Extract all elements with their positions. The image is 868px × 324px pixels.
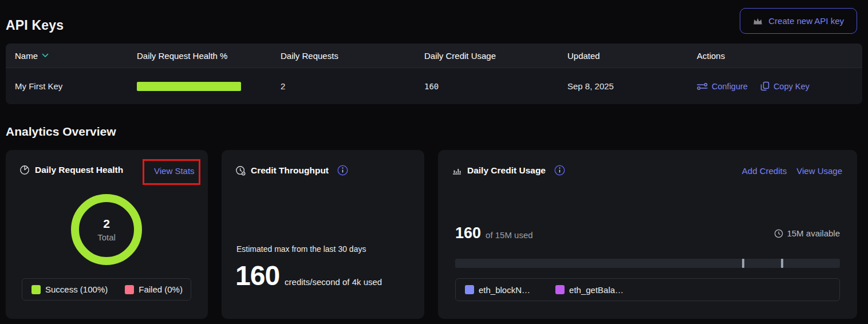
column-header-credit-usage: Daily Credit Usage <box>424 51 567 61</box>
daily-credit-usage-cell: 160 <box>424 82 567 91</box>
column-header-name-label: Name <box>15 51 38 61</box>
add-credits-link[interactable]: Add Credits <box>742 166 787 176</box>
credits-available: 15M available <box>774 228 840 238</box>
daily-request-health-title: Daily Request Health <box>35 165 123 175</box>
health-cell <box>137 82 281 91</box>
column-header-health: Daily Request Health % <box>137 51 281 61</box>
daily-request-health-header: Daily Request Health <box>19 165 123 175</box>
eth-blocknumber-label: eth_blockN… <box>479 285 530 295</box>
donut-total-value: 2 <box>103 217 110 231</box>
column-header-actions: Actions <box>697 51 862 61</box>
column-header-name[interactable]: Name <box>15 51 137 61</box>
daily-credit-usage-links: Add Credits View Usage <box>742 166 842 176</box>
column-header-requests: Daily Requests <box>281 51 424 61</box>
analytics-overview-title: Analytics Overview <box>6 125 116 139</box>
failed-swatch <box>125 285 134 294</box>
copy-icon <box>760 81 770 91</box>
info-icon[interactable] <box>337 165 348 176</box>
credit-usage-legend: eth_blockN… eth_getBala… <box>455 278 840 301</box>
create-api-key-label: Create new API key <box>768 16 844 26</box>
view-stats-link[interactable]: View Stats <box>154 166 195 176</box>
eth-getbalance-swatch <box>555 285 565 294</box>
credit-throughput-card: Credit Throughput Estimated max from the… <box>222 150 424 319</box>
usage-bar-tick <box>781 259 783 268</box>
throughput-suffix: credits/second of 4k used <box>285 277 382 287</box>
daily-credit-usage-card: Daily Credit Usage Add Credits View Usag… <box>438 150 857 319</box>
legend-item-success: Success (100%) <box>31 285 108 294</box>
clock-icon <box>235 165 246 176</box>
updated-cell: Sep 8, 2025 <box>567 81 697 91</box>
sliders-icon <box>697 82 708 91</box>
donut-total-label: Total <box>97 232 116 242</box>
crown-icon <box>753 17 763 25</box>
copy-key-label: Copy Key <box>774 82 810 91</box>
throughput-value: 160 <box>235 260 279 291</box>
usage-bar-tick <box>742 259 744 268</box>
daily-requests-cell: 2 <box>281 81 424 91</box>
dashboard-page: API Keys Create new API key Name Daily R… <box>0 0 868 324</box>
daily-request-health-card: Daily Request Health View Stats 2 Total … <box>6 150 208 319</box>
chevron-down-icon <box>42 53 49 58</box>
analytics-cards: Daily Request Health View Stats 2 Total … <box>6 150 857 319</box>
request-health-donut-chart: 2 Total <box>71 194 142 265</box>
usage-summary-row: 160 of 15M used 15M available <box>455 224 840 242</box>
view-usage-link[interactable]: View Usage <box>796 166 842 176</box>
configure-button[interactable]: Configure <box>697 82 748 91</box>
configure-label: Configure <box>712 82 748 91</box>
key-name-cell: My First Key <box>15 81 137 91</box>
legend-item-eth-blocknumber: eth_blockN… <box>465 285 530 295</box>
create-api-key-button[interactable]: Create new API key <box>740 8 857 34</box>
pie-chart-icon <box>19 165 30 175</box>
credit-throughput-title: Credit Throughput <box>251 165 329 176</box>
legend-item-failed: Failed (0%) <box>125 285 183 294</box>
throughput-value-row: 160 credits/second of 4k used <box>235 260 382 291</box>
page-title: API Keys <box>6 18 64 33</box>
table-header-row: Name Daily Request Health % Daily Reques… <box>6 44 862 68</box>
credits-used-value: 160 <box>455 224 481 242</box>
credits-used-suffix: of 15M used <box>486 230 533 240</box>
throughput-subtitle: Estimated max from the last 30 days <box>236 244 366 254</box>
credits-available-label: 15M available <box>787 228 840 238</box>
legend-item-eth-getbalance: eth_getBala… <box>555 285 624 295</box>
table-row: My First Key 2 160 Sep 8, 2025 Configure… <box>6 68 862 104</box>
api-keys-table: Name Daily Request Health % Daily Reques… <box>6 44 862 104</box>
eth-blocknumber-swatch <box>465 285 474 294</box>
failed-label: Failed (0%) <box>139 285 183 294</box>
credit-usage-progress-bar <box>455 259 840 268</box>
daily-credit-usage-title: Daily Credit Usage <box>467 165 546 176</box>
success-label: Success (100%) <box>45 285 108 294</box>
credit-throughput-header: Credit Throughput <box>235 165 348 176</box>
actions-cell: Configure Copy Key <box>697 81 862 91</box>
health-bar <box>137 82 241 91</box>
eth-getbalance-label: eth_getBala… <box>569 285 624 295</box>
column-header-updated: Updated <box>567 51 697 61</box>
daily-credit-usage-header: Daily Credit Usage <box>452 165 565 176</box>
success-swatch <box>31 285 41 294</box>
info-icon[interactable] <box>554 165 565 176</box>
bar-chart-icon <box>452 165 462 176</box>
clock-icon <box>774 229 783 238</box>
request-health-legend: Success (100%) Failed (0%) <box>22 278 191 301</box>
copy-key-button[interactable]: Copy Key <box>760 81 810 91</box>
